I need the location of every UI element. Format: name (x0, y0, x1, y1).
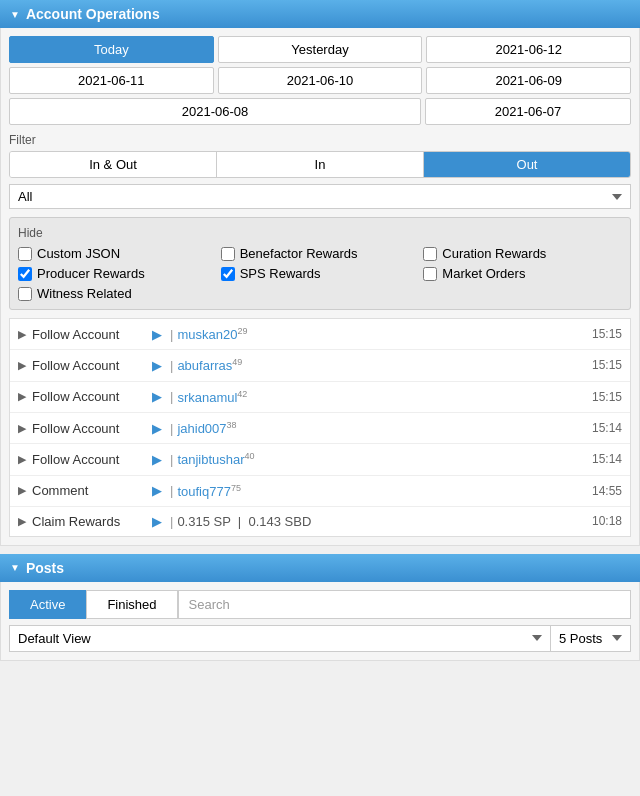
operations-list: ▶ Follow Account ▶ | muskan2029 15:15 ▶ … (9, 318, 631, 537)
date-row-2: 2021-06-11 2021-06-10 2021-06-09 (9, 67, 631, 94)
hide-label: Hide (18, 226, 622, 240)
date-btn-2021-06-08[interactable]: 2021-06-08 (9, 98, 421, 125)
checkbox-witness-related-input[interactable] (18, 287, 32, 301)
posts-header: ▼ Posts (0, 554, 640, 582)
op-separator: | (170, 452, 173, 467)
posts-tabs: Active Finished Search (9, 590, 631, 619)
filter-tab-in[interactable]: In (217, 152, 424, 177)
hide-section: Hide Custom JSON Benefactor Rewards Cura… (9, 217, 631, 310)
date-btn-yesterday[interactable]: Yesterday (218, 36, 423, 63)
posts-body: Active Finished Search Default View 5 Po… (0, 582, 640, 661)
checkbox-custom-json[interactable]: Custom JSON (18, 246, 217, 261)
tab-active[interactable]: Active (9, 590, 86, 619)
op-type-label: Follow Account (32, 452, 152, 467)
op-row-follow-srkanamul[interactable]: ▶ Follow Account ▶ | srkanamul42 15:15 (10, 382, 630, 413)
op-expand-arrow: ▶ (18, 328, 26, 341)
chevron-down-icon: ▼ (10, 9, 20, 20)
filter-dropdown[interactable]: All (9, 184, 631, 209)
tab-finished[interactable]: Finished (86, 590, 177, 619)
date-btn-today[interactable]: Today (9, 36, 214, 63)
op-type-label: Comment (32, 483, 152, 498)
posts-count-select[interactable]: 5 Posts (551, 625, 631, 652)
op-row-follow-jahid007[interactable]: ▶ Follow Account ▶ | jahid00738 15:14 (10, 413, 630, 444)
op-expand-arrow: ▶ (18, 515, 26, 528)
op-user-link[interactable]: muskan2029 (177, 326, 247, 342)
checkbox-benefactor-rewards-label: Benefactor Rewards (240, 246, 358, 261)
checkbox-market-orders-label: Market Orders (442, 266, 525, 281)
op-row-follow-muskan20[interactable]: ▶ Follow Account ▶ | muskan2029 15:15 (10, 319, 630, 350)
checkbox-benefactor-rewards[interactable]: Benefactor Rewards (221, 246, 420, 261)
filter-label: Filter (9, 133, 631, 147)
account-ops-title: Account Operations (26, 6, 160, 22)
op-play-icon[interactable]: ▶ (152, 483, 162, 498)
date-btn-2021-06-07[interactable]: 2021-06-07 (425, 98, 631, 125)
op-play-icon[interactable]: ▶ (152, 358, 162, 373)
op-type-label: Claim Rewards (32, 514, 152, 529)
checkbox-custom-json-input[interactable] (18, 247, 32, 261)
op-separator: | (170, 421, 173, 436)
op-time: 15:14 (592, 452, 622, 466)
op-row-claim-rewards[interactable]: ▶ Claim Rewards ▶ | 0.315 SP | 0.143 SBD… (10, 507, 630, 536)
checkbox-benefactor-rewards-input[interactable] (221, 247, 235, 261)
date-btn-2021-06-10[interactable]: 2021-06-10 (218, 67, 423, 94)
filter-tab-in-out[interactable]: In & Out (10, 152, 217, 177)
posts-section: ▼ Posts Active Finished Search Default V… (0, 554, 640, 661)
op-time: 15:15 (592, 390, 622, 404)
checkbox-witness-related[interactable]: Witness Related (18, 286, 132, 301)
account-ops-body: Today Yesterday 2021-06-12 2021-06-11 20… (0, 28, 640, 546)
checkbox-sps-rewards-label: SPS Rewards (240, 266, 321, 281)
op-expand-arrow: ▶ (18, 453, 26, 466)
op-row-follow-abufarras[interactable]: ▶ Follow Account ▶ | abufarras49 15:15 (10, 350, 630, 381)
filter-dropdown-row: All (9, 184, 631, 209)
checkbox-producer-rewards[interactable]: Producer Rewards (18, 266, 217, 281)
op-time: 15:15 (592, 327, 622, 341)
op-user-link[interactable]: tanjibtushar40 (177, 451, 254, 467)
checkbox-curation-rewards[interactable]: Curation Rewards (423, 246, 622, 261)
op-play-icon[interactable]: ▶ (152, 514, 162, 529)
op-claim-detail: 0.315 SP | 0.143 SBD (177, 514, 311, 529)
op-type-label: Follow Account (32, 358, 152, 373)
posts-title: Posts (26, 560, 64, 576)
tab-search[interactable]: Search (178, 590, 631, 619)
op-user-link[interactable]: toufiq77775 (177, 483, 241, 499)
account-ops-section: ▼ Account Operations Today Yesterday 202… (0, 0, 640, 546)
checkbox-producer-rewards-input[interactable] (18, 267, 32, 281)
op-expand-arrow: ▶ (18, 484, 26, 497)
filter-tab-out[interactable]: Out (424, 152, 630, 177)
op-time: 15:15 (592, 358, 622, 372)
op-expand-arrow: ▶ (18, 390, 26, 403)
op-time: 14:55 (592, 484, 622, 498)
op-user-link[interactable]: srkanamul42 (177, 389, 247, 405)
posts-view-select[interactable]: Default View (9, 625, 551, 652)
date-btn-2021-06-12[interactable]: 2021-06-12 (426, 36, 631, 63)
checkbox-grid: Custom JSON Benefactor Rewards Curation … (18, 246, 622, 281)
op-separator: | (170, 483, 173, 498)
op-type-label: Follow Account (32, 421, 152, 436)
op-expand-arrow: ▶ (18, 359, 26, 372)
op-play-icon[interactable]: ▶ (152, 389, 162, 404)
op-expand-arrow: ▶ (18, 422, 26, 435)
op-separator: | (170, 389, 173, 404)
checkbox-market-orders[interactable]: Market Orders (423, 266, 622, 281)
op-play-icon[interactable]: ▶ (152, 327, 162, 342)
checkbox-curation-rewards-input[interactable] (423, 247, 437, 261)
checkbox-sps-rewards-input[interactable] (221, 267, 235, 281)
op-row-comment-toufiq777[interactable]: ▶ Comment ▶ | toufiq77775 14:55 (10, 476, 630, 507)
date-btn-2021-06-11[interactable]: 2021-06-11 (9, 67, 214, 94)
date-row-3: 2021-06-08 2021-06-07 (9, 98, 631, 125)
op-user-link[interactable]: abufarras49 (177, 357, 242, 373)
op-time: 15:14 (592, 421, 622, 435)
op-time: 10:18 (592, 514, 622, 528)
op-row-follow-tanjibtushar[interactable]: ▶ Follow Account ▶ | tanjibtushar40 15:1… (10, 444, 630, 475)
op-play-icon[interactable]: ▶ (152, 452, 162, 467)
op-user-link[interactable]: jahid00738 (177, 420, 236, 436)
op-separator: | (170, 327, 173, 342)
checkbox-witness-related-label: Witness Related (37, 286, 132, 301)
op-play-icon[interactable]: ▶ (152, 421, 162, 436)
account-ops-header: ▼ Account Operations (0, 0, 640, 28)
checkbox-witness-row: Witness Related (18, 286, 622, 301)
checkbox-market-orders-input[interactable] (423, 267, 437, 281)
date-btn-2021-06-09[interactable]: 2021-06-09 (426, 67, 631, 94)
checkbox-sps-rewards[interactable]: SPS Rewards (221, 266, 420, 281)
op-separator: | (170, 358, 173, 373)
